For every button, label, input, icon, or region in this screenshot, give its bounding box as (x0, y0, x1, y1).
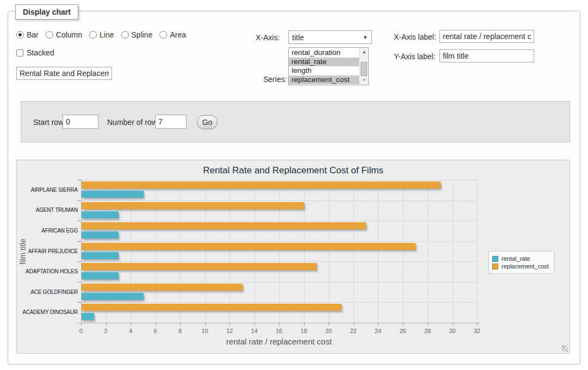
series-multiselect[interactable]: rental_durationrental_ratelengthreplacem… (288, 47, 369, 85)
xaxis-tick-label: 26 (395, 328, 411, 334)
xaxis-tick (329, 323, 329, 325)
gridline-vertical (453, 180, 453, 323)
series-select-label: Series: (263, 75, 287, 84)
xaxis-line (78, 323, 480, 323)
xaxis-tick-label: 0 (73, 328, 89, 334)
series-option-rental-duration[interactable]: rental_duration (289, 48, 359, 58)
xaxis-tick (180, 323, 181, 325)
gridline-vertical (156, 180, 156, 323)
xaxis-select-value: title (289, 33, 363, 42)
radio-circle-icon[interactable] (159, 31, 167, 39)
xaxis-tick-label: 6 (147, 328, 164, 334)
yaxis-tick (77, 221, 81, 221)
radio-bar[interactable]: Bar (16, 30, 39, 39)
yaxis-tick (77, 261, 81, 262)
radio-line[interactable]: Line (89, 30, 114, 39)
xaxis-tick-label: 24 (370, 328, 386, 334)
start-row-input[interactable] (63, 115, 98, 129)
radio-area[interactable]: Area (159, 30, 186, 39)
gridline-vertical (255, 180, 255, 323)
xaxis-tick (453, 323, 453, 325)
chart-title-input[interactable] (16, 67, 112, 80)
radio-label: Spline (132, 30, 153, 39)
radio-circle-icon[interactable] (121, 31, 129, 39)
chart-title: Rental Rate and Replacement Cost of Film… (17, 165, 570, 176)
bar-rental-rate (82, 313, 94, 320)
xaxis-tick (230, 323, 230, 325)
plot-area: 02468101214161820222426283032AIRPLANE SI… (81, 180, 477, 323)
xaxis-select[interactable]: title ▼ (288, 30, 372, 44)
xaxis-tick-label: 20 (320, 328, 337, 334)
gridline-horizontal (81, 241, 477, 242)
gridline-vertical (279, 180, 280, 323)
xaxis-tick (304, 323, 305, 325)
gridline-vertical (180, 180, 181, 323)
xaxis-tick-label: 12 (221, 328, 238, 334)
xaxis-tick (106, 323, 107, 325)
scroll-up-icon[interactable]: ▲ (360, 48, 369, 57)
xaxis-label-input[interactable] (440, 30, 534, 43)
resize-grip-icon[interactable] (562, 346, 568, 352)
bar-rental-rate (82, 252, 119, 259)
gridline-horizontal (81, 180, 477, 180)
series-option-replacement-cost[interactable]: replacement_cost (289, 76, 359, 85)
radio-label: Area (170, 30, 186, 39)
series-option-length[interactable]: length (289, 66, 359, 76)
xaxis-label-label: X-Axis label: (394, 33, 436, 41)
yaxis-tick (77, 241, 81, 242)
chart-legend: rental_ratereplacement_cost (488, 251, 554, 274)
radio-spline[interactable]: Spline (121, 30, 153, 39)
yaxis-label-input[interactable] (440, 49, 534, 62)
xaxis-tick-label: 32 (469, 328, 485, 334)
xaxis-tick (403, 323, 404, 325)
xaxis-tick-label: 28 (419, 328, 436, 334)
gridline-vertical (403, 180, 404, 323)
radio-circle-icon[interactable] (16, 31, 24, 39)
category-label: AIRPLANE SIERRA (17, 187, 78, 193)
scroll-down-icon[interactable]: ▼ (360, 76, 369, 85)
gridline-vertical (205, 180, 206, 323)
panel-title: Display chart (15, 4, 78, 20)
go-button[interactable]: Go (197, 115, 218, 129)
series-option-rental-rate[interactable]: rental_rate (289, 58, 359, 67)
chart-container: Rental Rate and Replacement Cost of Film… (16, 160, 570, 354)
radio-circle-icon[interactable] (46, 31, 53, 39)
category-label: AGENT TRUMAN (17, 207, 78, 213)
xaxis-tick-label: 8 (172, 328, 188, 334)
chevron-down-icon: ▼ (363, 35, 372, 40)
bar-rental-rate (82, 191, 144, 198)
xaxis-tick (131, 323, 131, 325)
legend-item-rental-rate[interactable]: rental_rate (492, 255, 549, 262)
num-rows-input[interactable] (155, 115, 187, 129)
radio-label: Line (100, 30, 114, 39)
stacked-checkbox-row: Stacked (16, 48, 54, 57)
bar-rental-rate (82, 272, 119, 279)
gridline-horizontal (81, 302, 477, 303)
bar-rental-rate (82, 293, 144, 300)
category-label: ADAPTATION HOLES (17, 268, 78, 274)
bar-replacement-cost (82, 263, 317, 270)
category-label: AFFAIR PREJUDICE (17, 248, 78, 254)
gridline-horizontal (81, 261, 477, 262)
category-label: AFRICAN EGG (17, 228, 78, 234)
legend-label: replacement_cost (502, 263, 549, 269)
series-scrollbar[interactable]: ▲ ▼ (359, 48, 368, 85)
xaxis-tick-label: 22 (345, 328, 362, 334)
page: Display chart BarColumnLineSplineArea St… (0, 0, 588, 370)
yaxis-tick (77, 302, 81, 303)
xaxis-tick-label: 30 (444, 328, 461, 334)
yaxis-tick (77, 282, 81, 283)
xaxis-tick-label: 10 (197, 328, 213, 334)
radio-circle-icon[interactable] (89, 31, 97, 39)
legend-label: rental_rate (502, 255, 530, 262)
xaxis-tick (378, 323, 379, 325)
radio-column[interactable]: Column (46, 30, 82, 39)
gridline-vertical (428, 180, 428, 323)
gridline-vertical (354, 180, 354, 323)
scrollbar-thumb[interactable] (361, 62, 367, 76)
stacked-checkbox[interactable] (16, 49, 23, 57)
start-row-label: Start row: (33, 118, 66, 127)
legend-swatch-icon (492, 264, 498, 269)
xaxis-tick (255, 323, 255, 325)
legend-item-replacement-cost[interactable]: replacement_cost (492, 263, 549, 269)
